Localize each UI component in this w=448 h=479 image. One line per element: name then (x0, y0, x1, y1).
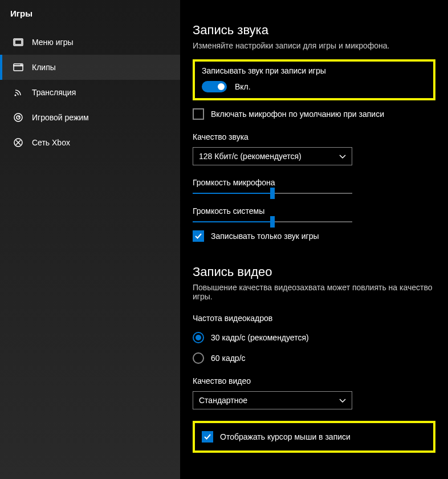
content-pane: Запись звука Изменяйте настройки записи … (180, 0, 448, 479)
game-bar-icon (13, 36, 24, 48)
sidebar-item-game-bar[interactable]: Меню игры (0, 30, 180, 55)
sys-volume-label: Громкость системы (193, 206, 435, 216)
sys-volume-slider[interactable] (193, 221, 352, 222)
game-only-label: Записывать только звук игры (211, 232, 319, 241)
mic-volume-slider[interactable] (193, 193, 352, 194)
sidebar-item-broadcasting[interactable]: Трансляция (0, 80, 180, 105)
sidebar-item-label: Меню игры (32, 38, 74, 47)
highlight-record-audio: Записывать звук при записи игры Вкл. (193, 59, 435, 100)
video-section-desc: Повышение качества видеозахвата может по… (193, 283, 435, 301)
fps-60-radio[interactable] (193, 352, 204, 364)
broadcast-icon (13, 87, 24, 98)
svg-point-5 (15, 95, 17, 96)
fps-60-label: 60 кадр/с (211, 354, 246, 363)
fps-label: Частота видеокадров (193, 314, 435, 323)
sidebar-item-label: Сеть Xbox (32, 138, 70, 147)
sidebar-item-xbox[interactable]: Сеть Xbox (0, 130, 180, 155)
svg-rect-3 (14, 66, 23, 66)
audio-section-title: Запись звука (193, 23, 435, 38)
video-quality-dropdown[interactable]: Стандартное (193, 391, 352, 409)
fps-30-radio[interactable] (193, 332, 204, 343)
record-audio-label: Записывать звук при записи игры (202, 66, 426, 75)
chevron-down-icon (339, 152, 346, 161)
mic-default-checkbox[interactable] (193, 108, 204, 120)
sidebar-item-game-mode[interactable]: Игровой режим (0, 105, 180, 130)
record-audio-toggle[interactable] (202, 81, 227, 92)
xbox-icon (13, 137, 24, 148)
mic-volume-label: Громкость микрофона (193, 178, 435, 187)
chevron-down-icon (339, 396, 346, 405)
sidebar-item-label: Трансляция (32, 88, 76, 97)
audio-quality-dropdown[interactable]: 128 Кбит/с (рекомендуется) (193, 147, 352, 165)
sidebar-item-captures[interactable]: Клипы (0, 55, 180, 80)
highlight-cursor: Отображать курсор мыши в записи (193, 421, 435, 453)
sidebar-title: Игры (0, 9, 180, 30)
video-quality-label: Качество видео (193, 376, 435, 385)
sidebar-item-label: Клипы (32, 63, 56, 72)
mic-default-label: Включать микрофон по умолчанию при запис… (211, 109, 384, 119)
audio-quality-value: 128 Кбит/с (рекомендуется) (199, 152, 302, 161)
video-section-title: Запись видео (193, 265, 435, 279)
show-cursor-label: Отображать курсор мыши в записи (220, 432, 351, 441)
toggle-state-label: Вкл. (235, 82, 251, 91)
captures-icon (13, 62, 24, 73)
fps-30-label: 30 кадр/с (рекомендуется) (211, 333, 309, 342)
audio-quality-label: Качество звука (193, 132, 435, 141)
audio-section-desc: Изменяйте настройки записи для игры и ми… (193, 41, 435, 50)
svg-point-4 (21, 64, 22, 65)
video-quality-value: Стандартное (199, 396, 247, 405)
sidebar: Игры Меню игры Клипы Трансляция Игровой … (0, 0, 180, 479)
game-only-checkbox[interactable] (193, 230, 204, 242)
svg-rect-1 (15, 40, 22, 44)
sidebar-item-label: Игровой режим (32, 113, 89, 122)
show-cursor-checkbox[interactable] (202, 431, 213, 443)
game-mode-icon (13, 112, 24, 123)
